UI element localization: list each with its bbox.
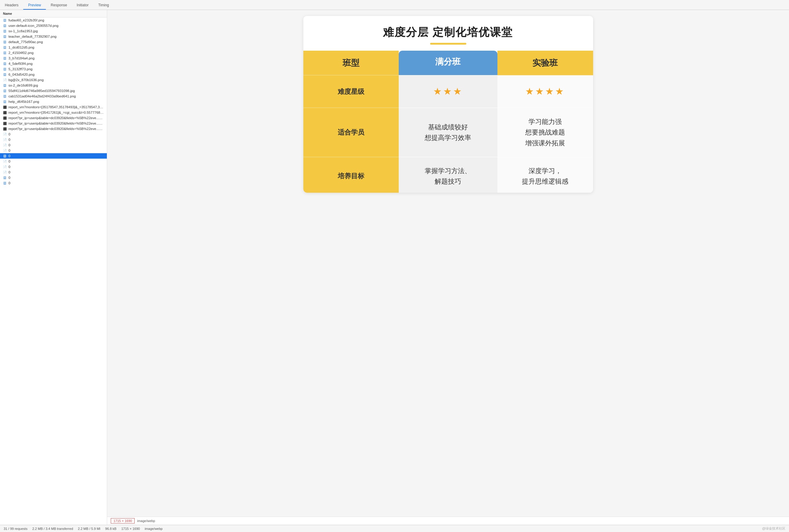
file-item[interactable]: 🖼6_043d5420.png [0, 72, 107, 77]
file-name-label: 0 [8, 143, 10, 147]
file-name-label: report_vm?monitors=[35178547,35178493]&_… [8, 105, 105, 109]
file-item[interactable]: 📄0 [0, 170, 107, 175]
file-name-label: 0 [8, 181, 10, 185]
file-type-icon: ⬛ [2, 121, 7, 125]
goal-shiyan: 深度学习，提升思维逻辑感 [497, 157, 593, 193]
file-item[interactable]: ⬛report?pr_ip=userip&table=dc03920&field… [0, 126, 107, 132]
file-size: 96.8 kB [105, 527, 116, 531]
file-item[interactable]: 🖼fudao60_e232b35f.png [0, 18, 107, 23]
file-type-icon: ⬛ [2, 116, 7, 120]
file-item[interactable]: 📄0 [0, 164, 107, 170]
file-item[interactable]: ⬛report_vm?monitors=[35417261]&_=cgi_suc… [0, 110, 107, 115]
file-type-icon: 🖼 [2, 24, 7, 27]
file-name-label: fudao60_e232b35f.png [8, 18, 44, 22]
file-item[interactable]: 🖼55df411d4d6746a985ed105947931098.jpg [0, 88, 107, 94]
file-name-label: sx-1_1c8a1953.jpg [8, 29, 38, 33]
file-type-icon: 📄 [2, 78, 7, 82]
file-name-label: 0 [8, 159, 10, 163]
left-panel: Name 🖼fudao60_e232b35f.png🖼user-default-… [0, 10, 107, 525]
file-type-icon: 🖼 [2, 100, 7, 103]
file-item[interactable]: 🖼1_dcd012d5.png [0, 45, 107, 50]
file-name-label: report?pr_ip=userip&table=dc03920&fields… [8, 121, 105, 125]
file-item[interactable]: 🖼5_3132ff73.png [0, 66, 107, 72]
file-item[interactable]: 🖼cab1531ad04e46a2bd24f433a9bed641.png [0, 94, 107, 99]
file-type-icon: 🖼 [2, 94, 7, 98]
file-item[interactable]: 🖼2_41504f02.png [0, 50, 107, 56]
file-type-icon: 📄 [2, 149, 7, 152]
file-item[interactable]: 📄0 [0, 132, 107, 137]
file-item[interactable]: 📄bg@2x_870b1636.png [0, 77, 107, 83]
file-item[interactable]: ⬛report?pr_ip=userip&table=dc03920&field… [0, 115, 107, 121]
file-type-icon: 📄 [2, 143, 7, 147]
file-item[interactable]: 🖼user-default-icon_2590557d.png [0, 23, 107, 28]
file-type-icon: 🖼 [2, 45, 7, 49]
file-item[interactable]: 🖼0 [0, 175, 107, 180]
file-name-label: 3_b7d184a4.png [8, 56, 34, 60]
main-layout: Name 🖼fudao60_e232b35f.png🖼user-default-… [0, 10, 789, 525]
file-type-icon: 🖼 [2, 67, 7, 71]
label-difficulty: 难度星级 [304, 75, 399, 108]
file-item[interactable]: 🖼teacher_default_77392907.png [0, 34, 107, 39]
file-type-icon: 🖼 [2, 35, 7, 38]
file-type-icon: 🖼 [2, 18, 7, 22]
file-item[interactable]: 🖼default_775d90ac.png [0, 39, 107, 45]
file-item[interactable]: 📄0 [0, 142, 107, 148]
label-suitable: 适合学员 [304, 108, 399, 157]
stars-shiyan-icons: ★★★★ [525, 86, 565, 97]
file-name-label: 0 [8, 165, 10, 169]
file-name-label: teacher_default_77392907.png [8, 35, 56, 38]
file-name-label: 5_3132ff73.png [8, 67, 33, 71]
file-type-icon: 📄 [2, 138, 7, 141]
stars-shiyan: ★★★★ [497, 75, 593, 108]
stars-manzhi-icons: ★★★ [433, 86, 463, 97]
file-name-label: 1_dcd012d5.png [8, 45, 34, 49]
file-name-label: report?pr_ip=userip&table=dc03920&fields… [8, 116, 105, 120]
file-item[interactable]: ⬛report_vm?monitors=[35178547,35178493]&… [0, 104, 107, 110]
dimension-box: 1715 × 1690 [111, 518, 135, 524]
tab-initiator[interactable]: Initiator [72, 1, 93, 10]
right-panel: 难度分层 定制化培优课堂 班型 满分班 实验班 难度星级 ★★★ [107, 10, 789, 525]
file-item[interactable]: ⬛report?pr_ip=userip&table=dc03920&field… [0, 121, 107, 126]
file-name-label: sx-2_de16d699.jpg [8, 83, 38, 87]
file-type-icon: 🖼 [2, 62, 7, 65]
file-type-icon: 🖼 [2, 29, 7, 33]
header-col-shiyan: 实验班 [497, 51, 593, 75]
file-item[interactable]: 🖼help_d645b167.png [0, 99, 107, 104]
file-name-label: user-default-icon_2590557d.png [8, 24, 58, 27]
file-type-icon: 🖼 [2, 176, 7, 179]
file-list[interactable]: 🖼fudao60_e232b35f.png🖼user-default-icon_… [0, 18, 107, 525]
goal-manzhi-text: 掌握学习方法、解题技巧 [425, 167, 471, 185]
tab-headers[interactable]: Headers [0, 1, 23, 10]
file-type-icon: 🖼 [2, 89, 7, 93]
file-name-label: 0 [8, 176, 10, 179]
file-name-label: bg@2x_870b1636.png [8, 78, 44, 82]
file-item[interactable]: 🖼0 [0, 180, 107, 186]
file-item[interactable]: 🖼sx-2_de16d699.jpg [0, 83, 107, 88]
file-item[interactable]: 🖼sx-1_1c8a1953.jpg [0, 28, 107, 34]
suitable-shiyan: 学习能力强想要挑战难题增强课外拓展 [497, 108, 593, 157]
stars-manzhi: ★★★ [399, 75, 497, 108]
file-name-label: help_d645b167.png [8, 100, 39, 103]
file-item[interactable]: 📄0 [0, 137, 107, 142]
tab-response[interactable]: Response [46, 1, 72, 10]
header-col-type: 班型 [304, 51, 399, 75]
tab-timing[interactable]: Timing [93, 1, 114, 10]
tab-preview[interactable]: Preview [23, 1, 46, 10]
file-item[interactable]: 📄0 [0, 159, 107, 164]
course-card: 难度分层 定制化培优课堂 班型 满分班 实验班 难度星级 ★★★ [304, 16, 593, 193]
file-name-label: 0 [8, 170, 10, 174]
file-item[interactable]: 📄0 [0, 148, 107, 153]
tabs-bar: Headers Preview Response Initiator Timin… [0, 0, 789, 10]
file-type-icon: ⬛ [2, 111, 7, 114]
file-item[interactable]: 🖼4_5def93f4.png [0, 61, 107, 66]
file-item[interactable]: 🖼0 [0, 153, 107, 159]
file-type-icon: 🖼 [2, 56, 7, 60]
status-bar: 31 / 99 requests 2.2 MB / 3.4 MB transfe… [0, 525, 789, 532]
suitable-manzhi-text: 基础成绩较好想提高学习效率 [425, 124, 471, 141]
transferred-size: 2.2 MB / 3.4 MB transferred [32, 527, 73, 531]
suitable-manzhi: 基础成绩较好想提高学习效率 [399, 108, 497, 157]
goal-manzhi: 掌握学习方法、解题技巧 [399, 157, 497, 193]
preview-content: 难度分层 定制化培优课堂 班型 满分班 实验班 难度星级 ★★★ [107, 10, 789, 517]
file-type-icon: ⬛ [2, 105, 7, 109]
file-item[interactable]: 🖼3_b7d184a4.png [0, 56, 107, 61]
